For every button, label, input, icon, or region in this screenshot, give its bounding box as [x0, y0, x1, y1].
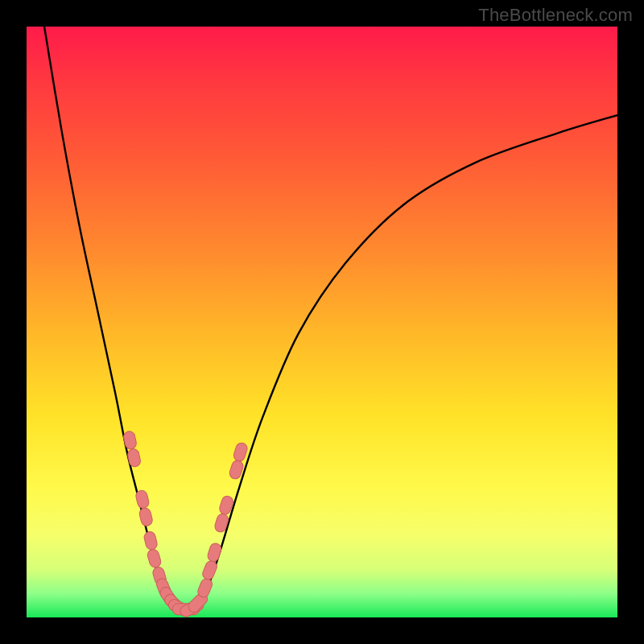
- svg-rect-20: [233, 441, 249, 462]
- chart-plot-area: [27, 27, 617, 617]
- data-marker: [206, 542, 222, 563]
- svg-rect-16: [206, 542, 222, 563]
- svg-rect-5: [147, 548, 163, 569]
- bottleneck-curve-right: [198, 115, 617, 605]
- data-marker: [147, 548, 163, 569]
- curve-group: [44, 27, 617, 612]
- data-marker: [138, 507, 154, 527]
- outer-frame: TheBottleneck.com: [0, 0, 644, 644]
- svg-rect-3: [138, 507, 154, 527]
- data-marker: [122, 431, 137, 451]
- data-marker: [233, 441, 249, 462]
- data-marker: [143, 530, 159, 551]
- svg-rect-4: [143, 530, 159, 551]
- svg-rect-0: [122, 431, 137, 451]
- bottleneck-curve-left: [44, 27, 198, 612]
- svg-rect-1: [126, 448, 141, 469]
- data-marker: [126, 448, 141, 469]
- svg-rect-2: [134, 489, 150, 510]
- watermark-text: TheBottleneck.com: [478, 5, 633, 26]
- marker-group: [122, 431, 249, 619]
- data-marker: [134, 489, 150, 510]
- chart-svg: [27, 27, 617, 617]
